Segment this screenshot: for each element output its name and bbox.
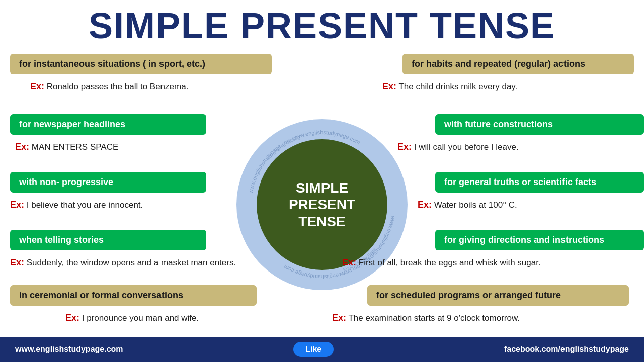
example-future-constructions: Ex: I will call you before I leave. xyxy=(397,142,519,152)
label-habits: for habits and repeated (regular) action… xyxy=(403,54,634,74)
svg-text:www.englishstudypage.com www.e: www.englishstudypage.com www.englishstud… xyxy=(248,129,362,194)
example-ceremonial: Ex: I pronounce you man and wife. xyxy=(65,313,199,323)
label-instantaneous: for instantaneous situations ( in sport,… xyxy=(10,54,272,74)
bottom-left-url: www.englishstudypage.com xyxy=(15,345,123,354)
bottom-right-url: facebook.com/englishstudypage xyxy=(504,345,629,354)
label-newspaper: for newspaper headlines xyxy=(10,114,206,135)
label-ceremonial: in ceremonial or formal conversations xyxy=(10,285,257,306)
example-instantaneous: Ex: Ronaldo passes the ball to Benzema. xyxy=(30,81,188,92)
example-non-progressive: Ex: I believe that you are innocent. xyxy=(10,200,143,210)
example-giving-directions: Ex: First of all, break the eggs and whi… xyxy=(342,257,541,268)
example-telling-stories: Ex: Suddenly, the window opens and a mas… xyxy=(10,257,236,268)
page-title: SIMPLE PRESENT TENSE xyxy=(0,0,644,49)
svg-text:www.englishstudypage.com www.e: www.englishstudypage.com www.englishstud… xyxy=(283,215,397,280)
label-non-progressive: with non- progressive xyxy=(10,172,206,193)
example-scheduled: Ex: The examination starts at 9 o'clock … xyxy=(332,313,520,323)
label-future-constructions: with future constructions xyxy=(435,114,644,135)
example-newspaper: Ex: MAN ENTERS SPACE xyxy=(15,142,118,152)
like-button[interactable]: Like xyxy=(293,342,334,357)
bottom-bar: www.englishstudypage.com Like facebook.c… xyxy=(0,337,644,362)
example-general-truths: Ex: Water boils at 100° C. xyxy=(418,200,517,210)
svg-text:English Study Page: English Study Page xyxy=(266,135,301,161)
label-telling-stories: when telling stories xyxy=(10,230,206,250)
label-scheduled: for scheduled programs or arranged futur… xyxy=(367,285,629,306)
label-general-truths: for general truths or scientific facts xyxy=(435,172,644,193)
label-giving-directions: for giving directions and instructions xyxy=(435,230,644,250)
example-habits: Ex: The child drinks milk every day. xyxy=(382,81,517,92)
